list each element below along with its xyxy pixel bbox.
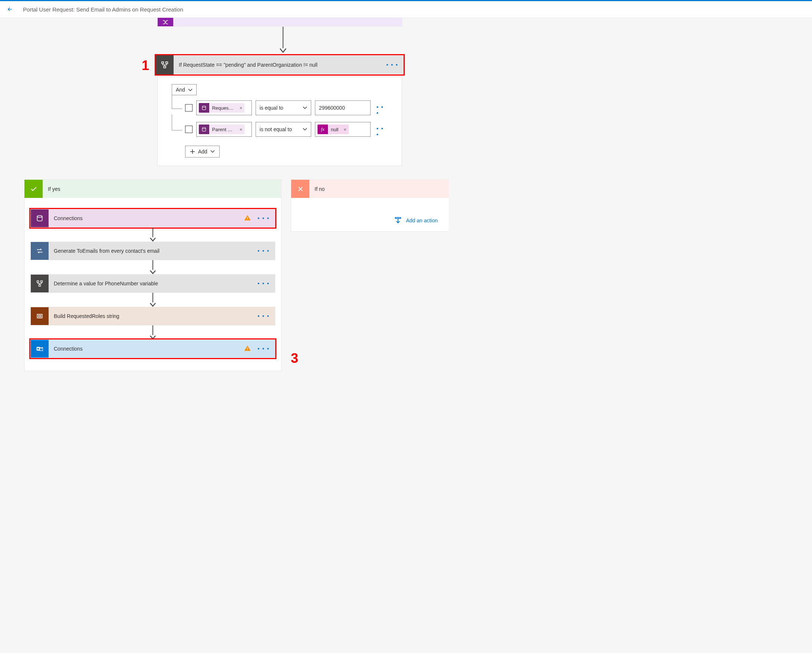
connector-arrow xyxy=(150,326,156,339)
expression-token[interactable]: fx null × xyxy=(317,125,349,134)
svg-rect-10 xyxy=(39,285,41,286)
token-remove-button[interactable]: × xyxy=(237,105,245,111)
value-input[interactable]: fx null × xyxy=(315,122,371,137)
chevron-down-icon xyxy=(210,150,215,153)
action-more-button[interactable]: • • • xyxy=(253,313,275,319)
warning-icon xyxy=(242,345,253,353)
field-input[interactable]: Request … × xyxy=(196,100,252,115)
value-text: 299600000 xyxy=(319,105,345,111)
add-condition-button[interactable]: Add xyxy=(185,146,220,157)
check-icon xyxy=(24,180,43,198)
page-title: Portal User Request: Send Email to Admin… xyxy=(23,6,183,12)
field-input[interactable]: Parent O… × xyxy=(196,122,252,137)
svg-rect-17 xyxy=(395,218,401,219)
variable-icon xyxy=(158,18,173,26)
close-icon xyxy=(291,180,309,198)
chevron-down-icon xyxy=(188,87,192,93)
action-more-button[interactable]: • • • xyxy=(253,280,275,286)
row-checkbox[interactable] xyxy=(185,104,192,111)
branch-if-no: If no Add an action xyxy=(291,180,449,231)
arrowhead-down-icon xyxy=(150,302,156,307)
operator-dropdown[interactable]: is not equal to xyxy=(256,122,311,137)
connector-arrow xyxy=(150,293,156,307)
action-title: Connections xyxy=(49,346,242,352)
field-token[interactable]: Request … × xyxy=(199,103,245,113)
page-header: Portal User Request: Send Email to Admin… xyxy=(0,0,812,18)
arrowhead-down-icon xyxy=(150,270,156,274)
branch-no-title: If no xyxy=(309,186,330,192)
action-determine-phonenumber[interactable]: Determine a value for PhoneNumber variab… xyxy=(31,274,275,293)
field-token-label: Parent O… xyxy=(209,127,237,132)
svg-rect-15 xyxy=(247,347,248,349)
token-remove-button[interactable]: × xyxy=(237,127,245,132)
add-action-label: Add an action xyxy=(406,218,438,224)
svg-point-14 xyxy=(37,348,39,350)
condition-card[interactable]: If RequestState == "pending" and ParentO… xyxy=(155,54,405,76)
action-more-button[interactable]: • • • xyxy=(253,215,275,221)
action-build-requestedroles[interactable]: Build RequestedRoles string • • • xyxy=(31,307,275,326)
action-title: Generate ToEmails from every contact's e… xyxy=(49,248,253,254)
connector-arrow xyxy=(150,260,156,274)
action-more-button[interactable]: • • • xyxy=(253,248,275,254)
operator-dropdown[interactable]: is equal to xyxy=(256,100,311,115)
row-more-button[interactable]: • • • xyxy=(374,104,391,116)
svg-rect-6 xyxy=(247,217,248,218)
svg-rect-2 xyxy=(163,66,166,68)
group-operator-dropdown[interactable]: And xyxy=(172,84,197,95)
row-checkbox[interactable] xyxy=(185,126,192,133)
chevron-down-icon xyxy=(303,107,307,109)
field-token[interactable]: Parent O… × xyxy=(199,125,245,134)
warning-icon xyxy=(242,214,253,223)
action-title: Connections xyxy=(49,215,242,221)
svg-rect-16 xyxy=(247,350,248,350)
action-generate-toemails[interactable]: Generate ToEmails from every contact's e… xyxy=(31,242,275,260)
expression-label: null xyxy=(328,127,341,132)
branch-no-header[interactable]: If no xyxy=(291,180,449,198)
plus-icon xyxy=(190,149,195,154)
branch-yes-header[interactable]: If yes xyxy=(24,180,281,198)
arrowhead-down-icon xyxy=(150,335,156,339)
svg-point-3 xyxy=(202,106,206,108)
arrowhead-down-icon xyxy=(279,48,287,53)
svg-rect-1 xyxy=(166,62,168,64)
condition-row: Parent O… × is not equal to fx null × • … xyxy=(172,122,391,137)
connector-arrow xyxy=(150,228,156,242)
dataverse-icon xyxy=(199,125,209,134)
condition-more-button[interactable]: • • • xyxy=(382,62,404,68)
action-declare-phonenumber[interactable] xyxy=(157,18,402,27)
fx-icon: fx xyxy=(317,125,328,134)
action-connections-dataverse[interactable]: Connections • • • xyxy=(31,209,275,228)
condition-row: Request … × is equal to 299600000 • • • xyxy=(172,100,391,116)
svg-rect-8 xyxy=(37,281,39,282)
svg-rect-9 xyxy=(41,281,43,282)
arrowhead-down-icon xyxy=(150,237,156,242)
outlook-icon xyxy=(31,340,49,358)
condition-icon xyxy=(31,275,49,292)
annotation-marker-3: 3 xyxy=(291,351,298,366)
action-title: Build RequestedRoles string xyxy=(49,313,253,319)
action-connections-outlook[interactable]: Connections • • • xyxy=(31,339,275,358)
svg-rect-11 xyxy=(37,314,42,318)
dataverse-icon xyxy=(31,209,49,227)
dataverse-icon xyxy=(199,103,209,113)
condition-body: And Request … × is xyxy=(157,78,402,166)
group-operator-label: And xyxy=(176,87,185,93)
condition-title: If RequestState == "pending" and ParentO… xyxy=(174,62,382,68)
chevron-down-icon xyxy=(303,128,307,131)
back-button[interactable] xyxy=(5,4,15,15)
annotation-marker-1: 1 xyxy=(142,58,149,73)
value-input[interactable]: 299600000 xyxy=(315,100,371,115)
add-action-icon xyxy=(394,216,402,225)
add-action-button[interactable]: Add an action xyxy=(291,198,449,231)
arrow-left-icon xyxy=(7,6,13,12)
action-more-button[interactable]: • • • xyxy=(253,346,275,352)
svg-point-4 xyxy=(202,128,206,129)
scope-icon xyxy=(31,307,49,325)
branch-yes-title: If yes xyxy=(43,186,65,192)
operator-label: is equal to xyxy=(259,105,283,111)
svg-point-5 xyxy=(37,216,42,218)
svg-rect-7 xyxy=(247,219,248,220)
token-remove-button[interactable]: × xyxy=(341,127,349,132)
row-more-button[interactable]: • • • xyxy=(374,126,391,137)
svg-rect-0 xyxy=(162,62,164,64)
